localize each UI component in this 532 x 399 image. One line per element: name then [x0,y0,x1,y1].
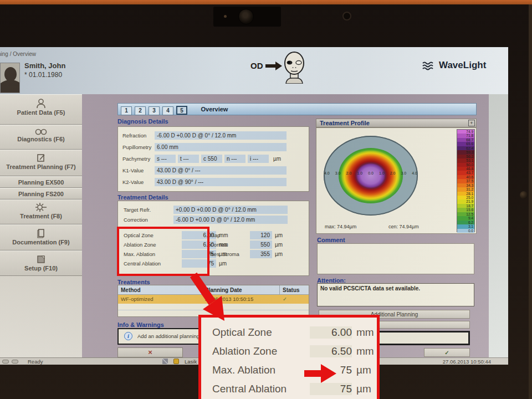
sidebar-item-setup[interactable]: Setup (F10) [0,250,82,276]
patient-name: Smith, John [24,62,65,70]
scale-step: 53.1 [457,158,474,162]
webcam-lens [238,9,254,24]
refraction-label: Refraction [122,131,146,140]
annotation-inset: Optical Zone 6.00 mm Ablation Zone 6.50 … [198,315,380,399]
cancel-button[interactable]: × [117,347,183,357]
sidebar-item-planning-fs200[interactable]: Planning FS200 [0,188,82,200]
k2-label: K2-Value [122,178,144,186]
inset-max-ablation-label: Max. Ablation [212,364,275,376]
inset-ablation-zone-label: Ablation Zone [212,345,277,357]
pachymetry-n: n --- [224,155,245,163]
eye-label: OD [250,61,263,70]
scale-step: 12.5 [457,212,474,216]
silhouette-shoulders [0,80,20,93]
active-tab-title: Overview [201,106,228,112]
scale-step: 34.3 [457,183,474,187]
optical-zone-unit: mm [219,231,228,239]
sidebar-item-treatment[interactable]: Treatment (F8) [0,200,82,224]
axis-label: 1.0 [357,171,362,175]
sidebar-item-documentation[interactable]: Documentation (F9) [0,224,82,250]
binoculars-icon [35,127,47,136]
sidebar-item-label: Documentation (F9) [12,239,69,245]
scale-step: 65.6 [457,142,474,146]
scale-step: 62.4 [457,146,474,150]
status-mode: Lasik [185,359,197,365]
table-row-selected[interactable]: WF-optimized 27.06.2013 10:50:15 ✓ [118,295,309,304]
sidebar-item-treatment-planning[interactable]: Treatment Planning (F7) [0,150,82,176]
tab-step-4[interactable]: 4 [162,106,173,115]
brand-name: WaveLight [439,60,486,71]
refraction-value: -6.00 D +0.00 D @ 0° / 12.0 mm [155,131,287,140]
inset-central-ablation-unit: µm [356,383,371,395]
tab-step-2[interactable]: 2 [135,106,146,115]
inset-central-ablation-value: 75 [310,383,352,395]
breadcrumb: Planning / Overview [0,51,36,57]
planning-icon [35,152,47,163]
flap-unit: µm [275,231,283,239]
ok-button[interactable]: ✓ [424,348,470,357]
eye-arrow-icon [265,62,282,70]
sidebar-item-label: Planning EX500 [18,179,64,186]
sidebar-item-planning-ex500[interactable]: Planning EX500 [0,176,82,188]
flap-label: Flap [210,231,220,239]
info-warning-message: Add an additional planning [137,333,200,339]
diagnosis-details-title: Diagnosis Details [117,118,168,125]
tab-step-1[interactable]: 1 [121,106,132,115]
wavelight-logo-icon [422,61,436,71]
scale-step: 46.8 [457,167,474,171]
target-refr-label: Target Refr. [124,206,151,214]
desk-strip [0,0,532,4]
treatment-profile-panel: 4.03.02.01.00.01.02.03.04.0 max: 74.94µm… [316,127,477,234]
tools-icon [162,359,168,364]
sidebar-filler [0,276,82,365]
inset-max-ablation-unit: µm [356,364,371,376]
axis-label: 2.0 [390,171,396,175]
sidebar-item-patient-data[interactable]: Patient Data (F5) [0,94,82,125]
sidebar-item-label: Setup (F10) [24,265,58,272]
scale-step: 59.3 [457,150,474,154]
scale-step: 9.4 [457,216,474,220]
scale-step: 50.0 [457,163,474,167]
scale-step: 0.0 [457,229,474,233]
cornea-label: Cornea [210,241,227,249]
col-planning-date[interactable]: Planning Date [202,285,280,295]
scale-step: 68.7 [457,138,474,142]
sidebar-item-label: Patient Data (F5) [17,109,65,116]
scale-step: 6.2 [457,221,474,224]
inset-optical-zone-label: Optical Zone [212,326,272,339]
target-refr-value: +0.00 D +0.00 D @ 0° / 12.0 mm [173,206,288,214]
expand-button[interactable]: + [468,120,475,126]
profile-axis-labels: 4.03.02.01.00.01.02.03.04.0 [324,171,417,175]
table-row-empty[interactable] [118,304,309,310]
axis-label: 0.0 [368,171,374,175]
flap-value: 120 [250,231,272,239]
axis-label: 3.0 [401,171,406,175]
status-datetime: 27.06.2013 10:50:44 [443,359,491,365]
col-method[interactable]: Method [118,285,202,295]
correction-value: -6.00 D +0.00 D @ 0° / 12.0 mm [173,216,288,224]
inset-optical-zone-value: 6.00 [310,326,352,339]
attention-message: No valid PCSC/CTA data set available. [318,284,474,293]
inset-arrow-icon [304,364,337,383]
col-status[interactable]: Status [280,285,309,295]
tab-step-5[interactable]: 5 [176,106,187,115]
pachymetry-label: Pachymetry [122,155,150,163]
tab-step-3[interactable]: 3 [149,106,160,115]
sidebar-item-diagnostics[interactable]: Diagnostics (F6) [0,125,82,150]
pachymetry-t: t --- [178,155,199,163]
pupillometry-value: 6.00 mm [155,143,287,151]
treatment-details-title: Treatment Details [117,194,168,201]
status-icon-left[interactable] [2,360,9,364]
diagnosis-details-panel: Refraction -6.00 D +0.00 D @ 0° / 12.0 m… [117,126,309,192]
book-icon [35,228,47,239]
comment-box[interactable] [317,243,474,274]
profile-cen-label: cen: 74.94µm [388,224,419,229]
axis-label: 1.0 [379,171,385,175]
table-header: Method Planning Date Status [118,285,309,295]
axis-label: 2.0 [346,171,352,175]
axis-label: 4.0 [324,171,330,175]
scale-step: 43.7 [457,171,474,175]
status-icon-left2[interactable] [12,360,18,364]
correction-label: Correction [124,216,148,224]
scale-step: 3.1 [457,224,474,228]
